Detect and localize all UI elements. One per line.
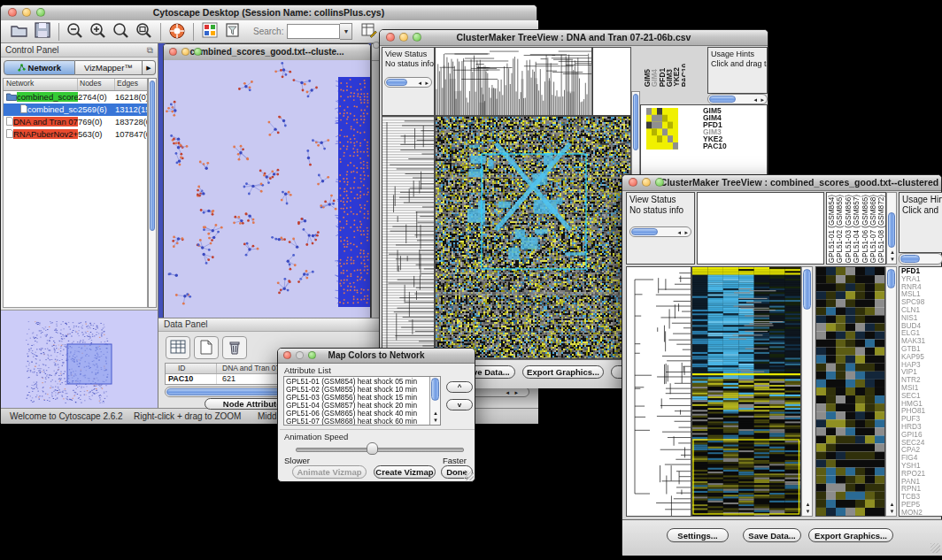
tv1-mini-heatmap[interactable] (646, 108, 678, 150)
settings-button[interactable]: Settings... (667, 528, 729, 542)
attribute-list[interactable]: GPL51-01 (GSM854) heat shock 05 minGPL51… (283, 376, 441, 426)
vizmapper-icon[interactable] (200, 22, 220, 42)
column-label[interactable]: PAC10 (680, 64, 686, 87)
zoom-in-icon[interactable] (89, 22, 108, 42)
attribute-list-item[interactable]: GPL51-02 (GSM855) heat shock 10 min (286, 386, 429, 394)
open-session-icon[interactable] (10, 22, 29, 42)
zoom-window-icon[interactable] (36, 8, 45, 17)
filter-icon[interactable] (223, 22, 243, 42)
tv1-column-labels: GIM5GIM4PFD1GIM3YKE2PAC10 (641, 47, 685, 88)
search-dropdown-icon[interactable]: ▼ (340, 23, 352, 40)
close-icon[interactable] (386, 33, 395, 42)
table-import-icon[interactable] (359, 22, 379, 42)
edge-count: 13112(15) (115, 104, 147, 116)
main-title-bar[interactable]: Cytoscape Desktop (Session Name: collins… (1, 5, 537, 21)
close-icon[interactable] (169, 48, 177, 56)
tv1-column-dendrogram[interactable] (435, 47, 592, 116)
export-graphics-button[interactable]: Export Graphics... (522, 365, 604, 379)
minimize-icon[interactable] (22, 8, 31, 17)
attribute-list-item[interactable]: GPL51-07 (GSM868) heat shock 60 min (286, 418, 429, 426)
minimize-icon[interactable] (399, 33, 408, 42)
resize-grip[interactable] (464, 471, 474, 480)
delete-attribute-icon[interactable] (222, 336, 247, 359)
row-label[interactable]: PAC10 (703, 142, 727, 150)
tv2-global-heatmap[interactable] (691, 266, 801, 517)
attribute-list-item[interactable]: GPL51-01 (GSM854) heat shock 05 min (286, 378, 429, 386)
attribute-list-scrollbar[interactable]: ▴ ▾ (429, 377, 440, 425)
column-label[interactable]: GPL51-04 (GSM857) (853, 195, 861, 263)
save-data-button[interactable]: Save Data... (743, 528, 801, 542)
col-header-edges[interactable]: Edges (115, 79, 148, 90)
column-label[interactable]: GPL51-08 (GSM872) (877, 195, 885, 263)
table-select-icon[interactable] (166, 336, 190, 359)
tv1-title-bar[interactable]: ClusterMaker TreeView : DNA and Tran 07-… (380, 30, 768, 46)
birdseye-view[interactable] (1, 310, 158, 409)
tab-network[interactable]: Network (4, 60, 75, 75)
column-label[interactable]: GPL51-02 (GSM855) (836, 195, 844, 263)
network-list-row[interactable]: DNA and Tran 07769(0)183728(0) (4, 116, 147, 128)
tv1-gene-dendrogram[interactable] (382, 116, 435, 359)
tv1-view-status-panel: View StatusNo status info for ◂▸ (382, 47, 435, 116)
tv2-title-bar[interactable]: ClusterMaker TreeView : combined_scores_… (622, 175, 941, 191)
attribute-list-item[interactable]: GPL51-04 (GSM857) heat shock 20 min (286, 402, 429, 410)
tv2-column-labels-scrollbar[interactable]: ▴ ▾ (886, 192, 897, 265)
tv2-global-vscrollbar[interactable]: ▴ ▾ (801, 266, 813, 517)
maximize-icon[interactable] (194, 48, 202, 56)
column-label[interactable]: GPL51-06 (GSM865) (861, 195, 869, 263)
network-list-scrollbar[interactable] (148, 78, 157, 308)
network-list-row[interactable]: combined_sco2569(6)13112(15) (4, 104, 147, 116)
zoom-window-icon[interactable] (655, 178, 664, 187)
move-up-button[interactable]: ^ (446, 381, 473, 393)
gene-label[interactable]: MON2 (901, 509, 942, 517)
column-label[interactable]: GPL51-01 (GSM854) (828, 195, 836, 263)
attribute-list-item[interactable]: GPL51-06 (GSM865) heat shock 40 min (286, 410, 429, 418)
column-label[interactable]: GPL51-07 (GSM868) (869, 195, 877, 263)
export-graphics-button[interactable]: Export Graphics... (808, 528, 893, 542)
network-canvas[interactable] (164, 60, 370, 321)
annotation-ring-icon[interactable] (167, 22, 187, 42)
tv2-zoom-heatmap[interactable] (815, 266, 885, 517)
tab-overflow-icon[interactable]: ▶ (143, 60, 156, 75)
close-icon[interactable] (283, 351, 291, 359)
zoom-window-icon[interactable] (308, 351, 316, 359)
node-count: 563(0) (78, 128, 115, 141)
network-list-row[interactable]: RNAPuberNov2+563(0)107847(0) (4, 128, 147, 141)
zoom-window-icon[interactable] (413, 33, 421, 42)
tv1-usage-hints-scrollbar[interactable]: ◂▸ (707, 94, 768, 104)
tv1-view-status-scrollbar[interactable]: ◂▸ (384, 77, 432, 88)
search-input[interactable] (287, 24, 340, 39)
tv2-view-status-scrollbar[interactable]: ◂▸ (629, 226, 691, 237)
close-icon[interactable] (8, 8, 17, 17)
new-attribute-icon[interactable] (194, 336, 219, 359)
float-panel-icon[interactable]: ⧉ (147, 43, 153, 57)
move-down-button[interactable]: v (446, 399, 473, 410)
minimize-icon[interactable] (181, 48, 189, 56)
zoom-fit-icon[interactable] (135, 22, 154, 42)
tv1-heatmap[interactable] (435, 116, 631, 359)
column-label[interactable]: GPL51-03 (GSM856) (845, 195, 853, 263)
tab-vizmapper[interactable]: VizMapper™ (75, 60, 143, 75)
tv2-usage-hints-scrollbar[interactable] (899, 253, 942, 265)
birdseye-canvas[interactable] (1, 311, 158, 409)
tv2-column-dendrogram[interactable] (697, 192, 824, 265)
create-vizmap-button[interactable]: Create Vizmap (374, 465, 436, 479)
col-header-network[interactable]: Network (4, 79, 78, 90)
resize-grip[interactable] (930, 543, 940, 553)
attribute-list-item[interactable]: GPL51-03 (GSM856) heat shock 15 min (286, 394, 429, 402)
network-list-row[interactable]: combined_scores2764(0)16218(0) (4, 91, 147, 104)
col-header-nodes[interactable]: Nodes (78, 79, 115, 90)
zoom-out-icon[interactable] (66, 22, 85, 42)
slider-thumb[interactable] (367, 442, 378, 455)
frame-title-bar[interactable]: combined_scores_good.txt--cluste... (164, 44, 370, 61)
animate-vizmap-button[interactable]: Animate Vizmap (292, 465, 367, 479)
save-session-icon[interactable] (33, 22, 52, 42)
tv2-gene-dendrogram[interactable] (626, 266, 691, 517)
dialog-title-bar[interactable]: Map Colors to Network (278, 349, 475, 364)
zoom-selected-icon[interactable] (112, 22, 131, 42)
tv2-zoom-vscrollbar[interactable]: ▴ ▾ (885, 266, 897, 517)
close-icon[interactable] (629, 178, 637, 187)
id-column-header[interactable]: ID (166, 364, 217, 373)
minimize-icon[interactable] (642, 178, 651, 187)
toolbar-separator (193, 23, 194, 41)
animation-speed-slider[interactable] (296, 448, 464, 452)
